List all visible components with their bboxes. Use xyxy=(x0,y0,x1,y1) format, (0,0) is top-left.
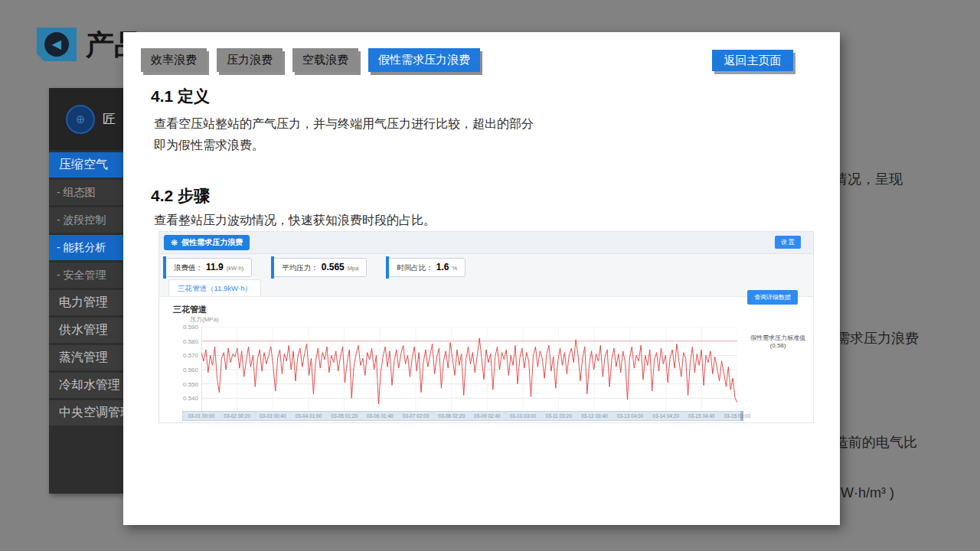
sidebar-item[interactable]: 中央空调管理 xyxy=(49,400,123,425)
sidebar-logo: ⊕ 匠 xyxy=(49,88,123,150)
x-tick-label: 03-08 02:20 xyxy=(438,413,465,419)
waste-tab-button[interactable]: 假性需求压力浪费 xyxy=(368,48,480,72)
chart-title: 三花管道 xyxy=(173,304,207,315)
sidebar-item[interactable]: - 安全管理 xyxy=(49,262,123,288)
sidebar-item[interactable]: 供水管理 xyxy=(49,318,123,343)
y-tick-label: 0.540 xyxy=(172,395,198,402)
y-tick-label: 0.570 xyxy=(172,352,198,359)
sidebar-logo-label: 匠 xyxy=(103,110,116,128)
x-tick-label: 03-15 04:40 xyxy=(688,413,715,419)
sidebar-item[interactable]: - 波段控制 xyxy=(49,207,123,233)
x-tick-label: 03-03 00:40 xyxy=(260,413,286,419)
pipeline-tab[interactable]: 三花管道（11.9kW·h） xyxy=(168,279,261,298)
standard-value-annotation: 假性需求压力标准值 (0.58) xyxy=(743,334,813,350)
stat-accent-bar xyxy=(271,256,274,279)
stats-row: 浪费值：11.9(kW·h)平均压力：0.565Mpa时间占比：1.6% xyxy=(164,258,466,277)
stat-label: 浪费值： xyxy=(174,263,203,273)
desktop-background: ◀ 产品 ⊕ 匠 压缩空气- 组态图- 波段控制- 能耗分析- 安全管理电力管理… xyxy=(0,0,980,551)
stat-unit: Mpa xyxy=(348,265,359,272)
x-tick-label: 03-14 04:20 xyxy=(652,413,679,419)
waste-type-tabs: 效率浪费压力浪费空载浪费假性需求压力浪费 xyxy=(141,48,480,72)
screenshot-header: ❋ 假性需求压力浪费 设 置 xyxy=(159,232,813,254)
x-tick-label: 03-12 03:40 xyxy=(581,413,608,419)
chart-svg xyxy=(201,327,737,412)
x-tick-label: 03-07 02:00 xyxy=(403,413,430,419)
stat-box: 时间占比：1.6% xyxy=(387,258,466,277)
background-text-fragment: 需求压力浪费 xyxy=(836,329,919,347)
sidebar-item[interactable]: 蒸汽管理 xyxy=(49,345,123,370)
y-axis-label: 压力(MPa) xyxy=(190,315,219,324)
snowflake-icon: ❋ xyxy=(171,238,178,248)
section-heading-steps: 4.2 步骤 xyxy=(151,185,210,207)
x-tick-label: 03-05 01:20 xyxy=(331,413,358,419)
sidebar-item[interactable]: 电力管理 xyxy=(49,290,123,315)
stat-accent-bar xyxy=(386,256,389,279)
pressure-line-chart xyxy=(201,327,737,412)
definition-text-line1: 查看空压站整站的产气压力，并与终端用气压力进行比较，超出的部分 xyxy=(154,116,534,132)
sidebar-item[interactable]: 压缩空气 xyxy=(49,152,123,178)
app-logo-back-button[interactable]: ◀ xyxy=(37,28,77,61)
waste-tab-button[interactable]: 空载浪费 xyxy=(292,48,358,72)
embedded-screenshot-panel: ❋ 假性需求压力浪费 设 置 浪费值：11.9(kW·h)平均压力：0.565M… xyxy=(158,231,814,423)
stat-value: 1.6 xyxy=(436,262,449,272)
screenshot-title: 假性需求压力浪费 xyxy=(181,237,243,248)
y-tick-label: 0.580 xyxy=(172,338,198,345)
sidebar: ⊕ 匠 压缩空气- 组态图- 波段控制- 能耗分析- 安全管理电力管理供水管理蒸… xyxy=(49,88,123,494)
sidebar-item[interactable]: - 能耗分析 xyxy=(49,235,123,260)
y-tick-label: 0.550 xyxy=(172,381,198,388)
background-text-fragment: 造前的电气比 xyxy=(835,433,917,452)
y-tick-label: 0.590 xyxy=(172,324,198,331)
x-tick-label: 03-06 01:40 xyxy=(367,413,394,419)
x-tick-label: 03-02 00:20 xyxy=(224,413,250,419)
x-tick-label: 03-04 01:00 xyxy=(296,413,322,419)
background-text-fragment: W·h/m³ ) xyxy=(841,485,894,501)
stat-box: 浪费值：11.9(kW·h) xyxy=(164,258,252,277)
content-modal: 效率浪费压力浪费空载浪费假性需求压力浪费 返回主页面 4.1 定义 查看空压站整… xyxy=(123,32,840,525)
annotation-label: 假性需求压力标准值 xyxy=(743,334,813,342)
waste-tab-button[interactable]: 效率浪费 xyxy=(141,48,207,72)
x-tick-label: 03-01 00:00 xyxy=(188,413,215,419)
background-text-fragment: 情况，呈现 xyxy=(834,170,903,188)
screenshot-title-badge: ❋ 假性需求压力浪费 xyxy=(164,235,250,250)
x-tick-label: 03-13 04:00 xyxy=(617,413,644,419)
sidebar-item[interactable]: - 组态图 xyxy=(49,180,123,205)
settings-button[interactable]: 设 置 xyxy=(775,236,801,249)
x-tick-label: 03-09 02:40 xyxy=(474,413,501,419)
section-heading-definition: 4.1 定义 xyxy=(151,86,210,107)
back-arrow-icon: ◀ xyxy=(44,32,69,57)
x-tick-label: 03-11 03:20 xyxy=(546,413,572,419)
x-tick-label: 03-16 05:00 xyxy=(724,413,751,419)
annotation-value: (0.58) xyxy=(743,342,813,350)
stat-label: 平均压力： xyxy=(282,263,318,273)
steps-text-line1: 查看整站压力波动情况，快速获知浪费时段的占比。 xyxy=(154,213,436,229)
sidebar-item[interactable]: 冷却水管理 xyxy=(49,373,123,398)
y-tick-label: 0.560 xyxy=(172,367,198,373)
stat-box: 平均压力：0.565Mpa xyxy=(272,258,367,277)
stat-unit: % xyxy=(452,265,458,272)
stat-value: 11.9 xyxy=(206,262,224,272)
sidebar-logo-icon: ⊕ xyxy=(66,105,95,134)
sidebar-items: 压缩空气- 组态图- 波段控制- 能耗分析- 安全管理电力管理供水管理蒸汽管理冷… xyxy=(49,152,123,425)
stat-unit: (kW·h) xyxy=(227,265,244,272)
definition-text-line2: 即为假性需求浪费。 xyxy=(154,138,264,154)
x-tick-label: 03-10 03:00 xyxy=(510,413,537,419)
stat-accent-bar xyxy=(163,256,166,279)
query-detail-button[interactable]: 查询详细数据 xyxy=(747,290,798,305)
waste-tab-button[interactable]: 压力浪费 xyxy=(217,48,283,72)
stat-value: 0.565 xyxy=(322,262,345,272)
stat-label: 时间占比： xyxy=(397,263,433,273)
back-to-main-button[interactable]: 返回主页面 xyxy=(712,50,793,71)
